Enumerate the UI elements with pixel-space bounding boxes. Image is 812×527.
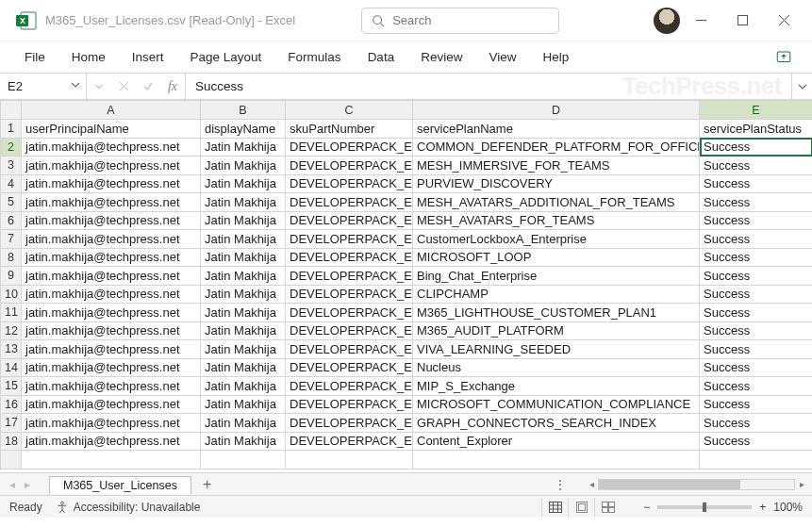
row-header[interactable]: 17	[1, 414, 22, 433]
row-header[interactable]: 2	[1, 138, 22, 156]
cell[interactable]: servicePlanStatus	[700, 120, 813, 139]
zoom-out-button[interactable]: −	[643, 501, 650, 514]
cell[interactable]: DEVELOPERPACK_E5	[286, 432, 413, 451]
cell[interactable]: jatin.makhija@techpress.net	[22, 174, 201, 193]
cell[interactable]: MIP_S_Exchange	[413, 377, 700, 396]
row-header[interactable]: 14	[1, 358, 22, 377]
cell[interactable]: jatin.makhija@techpress.net	[22, 358, 201, 377]
cell[interactable]: jatin.makhija@techpress.net	[22, 377, 201, 396]
cell[interactable]: Jatin Makhija	[201, 138, 286, 156]
cell[interactable]: Success	[700, 358, 813, 377]
add-sheet-button[interactable]: +	[191, 477, 223, 492]
col-header-C[interactable]: C	[286, 101, 413, 120]
row-header[interactable]: 7	[1, 230, 22, 249]
cell[interactable]: jatin.makhija@techpress.net	[22, 432, 201, 451]
cell[interactable]: Jatin Makhija	[201, 358, 286, 377]
zoom-in-button[interactable]: +	[759, 501, 766, 514]
cell[interactable]: Jatin Makhija	[201, 156, 286, 175]
cell[interactable]: DEVELOPERPACK_E5	[286, 285, 413, 304]
row-header[interactable]: 8	[1, 248, 22, 267]
cell[interactable]: DEVELOPERPACK_E5	[286, 358, 413, 377]
sheet-options-icon[interactable]: ⋮	[541, 478, 581, 491]
cell[interactable]: Success	[700, 211, 813, 230]
row-header[interactable]: 5	[1, 193, 22, 212]
cell[interactable]: jatin.makhija@techpress.net	[22, 285, 201, 304]
cell[interactable]: CLIPCHAMP	[413, 285, 700, 304]
page-layout-view-button[interactable]	[568, 498, 594, 517]
cell[interactable]: jatin.makhija@techpress.net	[22, 156, 201, 175]
cell[interactable]: jatin.makhija@techpress.net	[22, 395, 201, 414]
cell[interactable]: jatin.makhija@techpress.net	[22, 304, 201, 322]
cell[interactable]: Content_Explorer	[413, 432, 700, 451]
cell[interactable]: Success	[700, 340, 813, 359]
cell[interactable]: Success	[700, 285, 813, 304]
prev-sheet-icon[interactable]: ◂	[6, 478, 19, 491]
cell[interactable]: MICROSOFT_LOOP	[413, 248, 700, 267]
tab-pagelayout[interactable]: Page Layout	[177, 41, 275, 74]
cell[interactable]: DEVELOPERPACK_E5	[286, 377, 413, 396]
close-button[interactable]	[763, 4, 804, 38]
cell[interactable]: Success	[700, 248, 813, 267]
dropdown-icon[interactable]	[87, 83, 111, 91]
cell[interactable]: Jatin Makhija	[201, 174, 286, 193]
cell[interactable]: Jatin Makhija	[201, 414, 286, 433]
cell[interactable]: DEVELOPERPACK_E5	[286, 193, 413, 212]
avatar[interactable]	[654, 8, 680, 34]
cell[interactable]: Success	[700, 432, 813, 451]
row-header[interactable]: 4	[1, 174, 22, 193]
cell[interactable]: displayName	[201, 120, 286, 139]
cell[interactable]: Success	[700, 193, 813, 212]
cell[interactable]: userPrincipalName	[22, 120, 201, 139]
tab-insert[interactable]: Insert	[119, 41, 177, 74]
col-header-A[interactable]: A	[22, 101, 201, 120]
cell[interactable]: VIVA_LEARNING_SEEDED	[413, 340, 700, 359]
cell[interactable]: DEVELOPERPACK_E5	[286, 340, 413, 359]
row-header[interactable]: 12	[1, 321, 22, 340]
cell[interactable]	[286, 451, 413, 469]
select-all-corner[interactable]	[1, 101, 22, 120]
cell[interactable]: DEVELOPERPACK_E5	[286, 395, 413, 414]
tab-data[interactable]: Data	[355, 41, 408, 74]
cell[interactable]: jatin.makhija@techpress.net	[22, 340, 201, 359]
cell[interactable]	[700, 451, 813, 469]
cell[interactable]: M365_LIGHTHOUSE_CUSTOMER_PLAN1	[413, 304, 700, 322]
zoom-level[interactable]: 100%	[773, 501, 803, 514]
col-header-B[interactable]: B	[201, 101, 286, 120]
col-header-E[interactable]: E	[700, 101, 813, 120]
cell[interactable]: DEVELOPERPACK_E5	[286, 138, 413, 156]
col-header-D[interactable]: D	[413, 101, 700, 120]
tab-view[interactable]: View	[475, 41, 529, 74]
cell[interactable]: DEVELOPERPACK_E5	[286, 414, 413, 433]
cell[interactable]	[201, 451, 286, 469]
zoom-slider[interactable]	[657, 505, 752, 509]
cell[interactable]: Jatin Makhija	[201, 321, 286, 340]
cell[interactable]: MESH_AVATARS_ADDITIONAL_FOR_TEAMS	[413, 193, 700, 212]
cell[interactable]: DEVELOPERPACK_E5	[286, 211, 413, 230]
next-sheet-icon[interactable]: ▸	[21, 478, 34, 491]
row-header[interactable]: 16	[1, 395, 22, 414]
name-box[interactable]: E2	[0, 74, 87, 99]
search-input[interactable]: Search	[361, 8, 559, 34]
cell[interactable]: CustomerLockboxA_Enterprise	[413, 230, 700, 249]
tab-review[interactable]: Review	[407, 41, 475, 74]
row-header[interactable]: 10	[1, 285, 22, 304]
cell[interactable]: DEVELOPERPACK_E5	[286, 267, 413, 286]
cell[interactable]: Jatin Makhija	[201, 248, 286, 267]
expand-formula-bar-icon[interactable]	[791, 74, 812, 99]
cell[interactable]: Jatin Makhija	[201, 395, 286, 414]
cell[interactable]	[22, 451, 201, 469]
cell[interactable]: jatin.makhija@techpress.net	[22, 230, 201, 249]
cell[interactable]: DEVELOPERPACK_E5	[286, 248, 413, 267]
cell[interactable]: jatin.makhija@techpress.net	[22, 211, 201, 230]
cell[interactable]: Jatin Makhija	[201, 193, 286, 212]
cell[interactable]: Success	[700, 321, 813, 340]
cell[interactable]: MESH_AVATARS_FOR_TEAMS	[413, 211, 700, 230]
cell[interactable]: DEVELOPERPACK_E5	[286, 230, 413, 249]
fx-icon[interactable]: fx	[160, 79, 185, 94]
cell[interactable]: skuPartNumber	[286, 120, 413, 139]
cell[interactable]: jatin.makhija@techpress.net	[22, 248, 201, 267]
cell[interactable]: Success	[700, 138, 813, 156]
cell[interactable]: jatin.makhija@techpress.net	[22, 414, 201, 433]
cell[interactable]: DEVELOPERPACK_E5	[286, 321, 413, 340]
scroll-left-icon[interactable]: ◂	[585, 479, 598, 489]
